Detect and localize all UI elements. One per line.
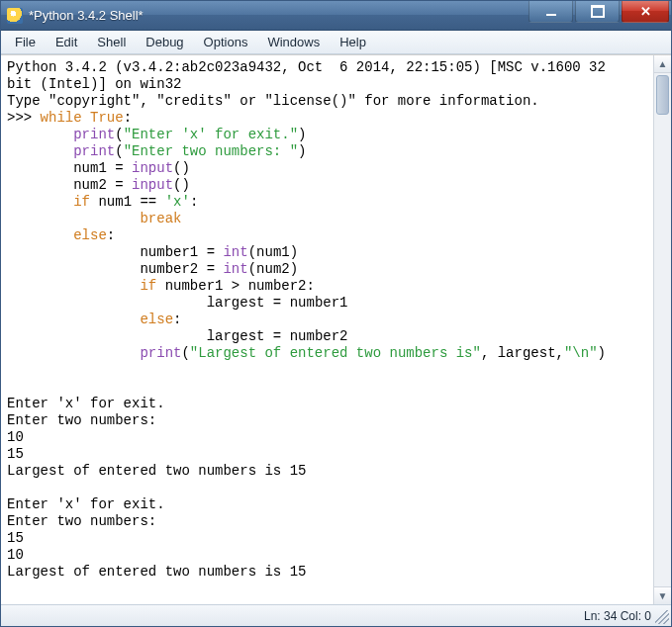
kw-true: True: [90, 110, 124, 126]
fn-input: input: [132, 177, 173, 193]
menubar: File Edit Shell Debug Options Windows He…: [1, 31, 671, 54]
output-line: 15: [7, 446, 24, 462]
output-line: Enter two numbers:: [7, 513, 156, 529]
vertical-scrollbar[interactable]: ▲ ▼: [653, 55, 671, 604]
window-controls: [528, 1, 671, 30]
scroll-up-arrow-icon[interactable]: ▲: [654, 55, 671, 73]
fn-int: int: [223, 261, 247, 277]
fn-print: print: [73, 143, 115, 159]
resize-grip-icon[interactable]: [655, 610, 669, 624]
menu-file[interactable]: File: [5, 33, 46, 51]
str-nl: "\n": [564, 345, 598, 361]
str-exit: "Enter 'x' for exit.": [124, 127, 298, 142]
menu-help[interactable]: Help: [330, 33, 376, 51]
menu-edit[interactable]: Edit: [46, 33, 87, 51]
var-num1: num1: [73, 160, 107, 176]
scroll-thumb[interactable]: [656, 75, 669, 115]
banner-line: bit (Intel)] on win32: [7, 76, 181, 92]
output-line: Largest of entered two numbers is 15: [7, 564, 306, 580]
minimize-button[interactable]: [528, 1, 573, 23]
output-line: Largest of entered two numbers is 15: [7, 463, 306, 479]
var-number2: number2: [140, 261, 198, 277]
str-largest: "Largest of entered two numbers is": [190, 345, 481, 361]
banner-line: Type "copyright", "credits" or "license(…: [7, 93, 539, 109]
var-num2: num2: [73, 177, 107, 193]
kw-break: break: [140, 211, 181, 226]
fn-print: print: [73, 127, 115, 142]
output-line: 10: [7, 547, 24, 563]
fn-int: int: [223, 244, 247, 260]
close-button[interactable]: [622, 1, 669, 23]
kw-if: if: [73, 194, 90, 210]
menu-debug[interactable]: Debug: [136, 33, 193, 51]
output-line: Enter two numbers:: [7, 412, 156, 428]
menu-windows[interactable]: Windows: [257, 33, 330, 51]
app-window: *Python 3.4.2 Shell* File Edit Shell Deb…: [0, 0, 672, 627]
var-largest: largest: [207, 328, 265, 344]
var-number1: number1: [140, 244, 198, 260]
titlebar[interactable]: *Python 3.4.2 Shell*: [1, 1, 671, 31]
prompt: >>>: [7, 110, 41, 126]
output-line: 15: [7, 530, 24, 546]
app-icon: [7, 8, 23, 24]
fn-print: print: [140, 345, 181, 361]
kw-while: while: [41, 110, 82, 126]
menu-shell[interactable]: Shell: [87, 33, 136, 51]
scroll-down-arrow-icon[interactable]: ▼: [654, 586, 671, 604]
kw-else: else: [73, 227, 107, 243]
output-line: 10: [7, 429, 24, 445]
output-line: Enter 'x' for exit.: [7, 396, 165, 411]
banner-line: Python 3.4.2 (v3.4.2:ab2c023a9432, Oct 6…: [7, 59, 606, 75]
statusbar: Ln: 34 Col: 0: [1, 604, 671, 626]
window-title: *Python 3.4.2 Shell*: [29, 8, 528, 23]
fn-input: input: [132, 160, 173, 176]
menu-options[interactable]: Options: [194, 33, 258, 51]
output-line: Enter 'x' for exit.: [7, 496, 165, 512]
maximize-button[interactable]: [575, 1, 620, 23]
kw-else: else: [140, 312, 173, 327]
str-x: 'x': [165, 194, 190, 210]
content-area: Python 3.4.2 (v3.4.2:ab2c023a9432, Oct 6…: [1, 54, 671, 604]
colon: :: [124, 110, 132, 126]
kw-if: if: [140, 278, 156, 294]
shell-editor[interactable]: Python 3.4.2 (v3.4.2:ab2c023a9432, Oct 6…: [1, 55, 653, 604]
var-largest: largest: [207, 295, 265, 311]
cursor-position: Ln: 34 Col: 0: [584, 609, 651, 623]
str-two: "Enter two numbers: ": [124, 143, 298, 159]
